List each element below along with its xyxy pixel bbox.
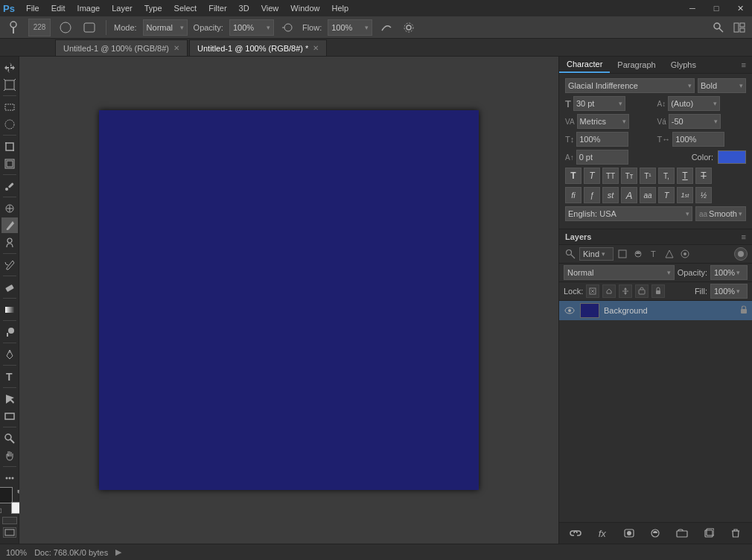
blend-mode-select[interactable]: Normal ▾ [564, 265, 675, 280]
opacity-input[interactable]: 100% ▾ [229, 19, 274, 36]
subscript-style-btn[interactable]: T, [658, 168, 675, 184]
smart-object-filter[interactable] [678, 247, 692, 261]
baseline-input[interactable]: 0 pt [576, 150, 628, 165]
adjustment-layer-icon[interactable] [648, 526, 663, 541]
lock-pixels-btn[interactable] [586, 284, 599, 298]
v-scale-input[interactable]: 100% [576, 132, 628, 147]
ligature-ordinal[interactable]: 1st [677, 187, 693, 203]
default-colors-icon[interactable]: ◧ [0, 507, 2, 514]
layer-visibility-eye[interactable] [564, 305, 576, 316]
restore-button[interactable]: □ [704, 0, 728, 16]
layer-item-background[interactable]: Background [559, 301, 752, 320]
layers-kind-filter[interactable]: Kind ▾ [579, 247, 614, 261]
adjustment-layer-filter[interactable] [631, 247, 645, 261]
layer-link-icon[interactable] [568, 526, 583, 541]
tab-1[interactable]: Untitled-1 @ 100% (RGB/8#) * ✕ [189, 39, 327, 56]
status-arrow[interactable]: ▶ [115, 547, 121, 557]
tab-0[interactable]: Untitled-1 @ 100% (RGB/8#) ✕ [55, 39, 188, 56]
search-icon[interactable] [710, 19, 727, 36]
clone-tool[interactable] [1, 235, 18, 250]
ligature-a[interactable]: A [621, 187, 637, 203]
foreground-color[interactable] [0, 487, 13, 503]
close-button[interactable]: ✕ [728, 0, 752, 16]
quick-mask-icon[interactable] [2, 517, 17, 524]
lasso-tool[interactable] [1, 116, 18, 132]
underline-style-btn[interactable]: T [677, 168, 693, 184]
hand-tool[interactable] [1, 448, 18, 463]
italic-style-btn[interactable]: T [584, 168, 600, 184]
lock-artboard-btn[interactable] [635, 284, 649, 298]
smallcaps-style-btn[interactable]: Tт [621, 168, 637, 184]
leading-input[interactable]: (Auto) ▾ [668, 96, 720, 111]
ligature-t-italic[interactable]: T [658, 187, 675, 203]
menu-layer[interactable]: Layer [106, 2, 138, 14]
character-panel-menu[interactable]: ≡ [736, 57, 752, 72]
shape-layer-filter[interactable] [663, 247, 676, 261]
canvas-area[interactable] [19, 57, 558, 544]
eyedropper-tool[interactable] [1, 178, 18, 194]
artboard-tool[interactable] [1, 77, 18, 92]
bold-style-btn[interactable]: T [565, 168, 581, 184]
pixel-layer-filter[interactable] [616, 247, 629, 261]
layers-panel-menu[interactable]: ≡ [742, 232, 746, 241]
tab-character[interactable]: Character [559, 57, 610, 73]
ligature-st[interactable]: st [602, 187, 619, 203]
delete-layer-icon[interactable] [728, 526, 743, 541]
menu-help[interactable]: Help [326, 2, 354, 14]
close-tab-0[interactable]: ✕ [173, 44, 179, 52]
tab-paragraph[interactable]: Paragraph [610, 57, 663, 72]
h-scale-input[interactable]: 100% [672, 132, 724, 147]
canvas[interactable] [99, 110, 479, 490]
menu-edit[interactable]: Edit [46, 2, 71, 14]
menu-filter[interactable]: Filter [203, 2, 232, 14]
add-mask-icon[interactable] [622, 526, 637, 541]
fill-input[interactable]: 100% ▾ [710, 284, 748, 299]
ligature-fi[interactable]: fi [565, 187, 581, 203]
flow-input[interactable]: 100% ▾ [328, 19, 372, 36]
type-tool[interactable]: T [1, 369, 18, 384]
dodge-tool[interactable] [1, 324, 18, 340]
menu-type[interactable]: Type [139, 2, 168, 14]
zoom-tool[interactable] [1, 430, 18, 446]
menu-image[interactable]: Image [72, 2, 106, 14]
menu-window[interactable]: Window [285, 2, 325, 14]
panel-layout-icon[interactable] [731, 19, 748, 36]
ligature-aa[interactable]: aa [640, 187, 656, 203]
kerning-input[interactable]: -50 ▾ [669, 114, 721, 129]
ligature-fi2[interactable]: ƒ [584, 187, 600, 203]
menu-file[interactable]: File [21, 2, 45, 14]
screen-mode-icon[interactable] [3, 527, 16, 538]
opacity-input[interactable]: 100% ▾ [710, 265, 748, 280]
lock-move-btn[interactable] [619, 284, 632, 298]
gradient-tool[interactable] [1, 302, 18, 317]
language-select[interactable]: English: USA ▾ [565, 206, 692, 221]
close-tab-1[interactable]: ✕ [313, 44, 319, 52]
smoothing-icon[interactable] [378, 19, 395, 36]
brush-tool[interactable] [1, 217, 18, 233]
pen-tool[interactable] [1, 346, 18, 362]
font-style-select[interactable]: Bold ▾ [698, 78, 746, 93]
tab-glyphs[interactable]: Glyphs [663, 57, 704, 72]
menu-3d[interactable]: 3D [234, 2, 255, 14]
font-family-select[interactable]: Glacial Indifference ▾ [565, 78, 695, 93]
eraser-tool[interactable] [1, 279, 18, 295]
crop-tool[interactable] [1, 139, 18, 154]
move-tool[interactable] [1, 60, 18, 75]
minimize-button[interactable]: ─ [681, 0, 704, 16]
fx-button[interactable]: fx [595, 526, 610, 541]
filter-toggle[interactable] [734, 247, 748, 261]
brush-preset[interactable]: 228 [28, 19, 51, 36]
ligature-fraction[interactable]: ½ [695, 187, 712, 203]
lock-transform-btn[interactable] [602, 284, 616, 298]
new-layer-icon[interactable] [701, 526, 716, 541]
rectangle-shape-tool[interactable] [1, 408, 18, 424]
tracking-input[interactable]: Metrics ▾ [577, 114, 629, 129]
font-size-input[interactable]: 30 pt ▾ [573, 96, 625, 111]
history-brush[interactable] [1, 257, 18, 273]
mode-select[interactable]: Normal ▾ [143, 19, 188, 36]
settings-icon[interactable] [401, 19, 417, 36]
airbrush-icon[interactable] [280, 19, 296, 36]
strikethrough-style-btn[interactable]: T [695, 168, 712, 184]
text-color-swatch[interactable] [718, 150, 746, 164]
frame-tool[interactable] [1, 156, 18, 171]
